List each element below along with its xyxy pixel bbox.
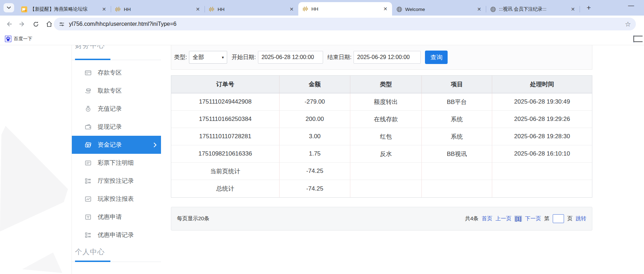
table-cell: 额度转出	[350, 93, 422, 111]
baidu-icon	[5, 36, 11, 42]
url-text[interactable]: yl756.com/hhcp/usercenter.html?iniType=6	[69, 21, 625, 27]
tab-close-icon[interactable]: ✕	[101, 6, 107, 12]
back-icon[interactable]	[3, 18, 15, 30]
table-cell: -74.25	[280, 163, 350, 180]
browser-tab[interactable]: HH✕	[111, 3, 205, 16]
browser-tab[interactable]: HH✕	[298, 2, 392, 16]
list-icon	[85, 232, 92, 239]
tab-search-chevron-icon[interactable]	[4, 3, 14, 12]
browser-tab[interactable]: :::视讯 会员下注纪录:::✕	[486, 3, 580, 16]
start-date-label: 开始日期:	[231, 54, 255, 61]
browser-tab[interactable]: 【新提醒】海燕策略论坛综✕	[17, 3, 111, 16]
table-cell: 200.00	[280, 111, 350, 128]
deposit-card-icon	[85, 69, 92, 76]
sidebar-item[interactable]: 彩票下注明细	[72, 154, 161, 172]
home-icon[interactable]	[43, 18, 55, 30]
forward-icon[interactable]	[16, 18, 28, 30]
chevron-down-icon: ▾	[222, 55, 224, 60]
sidebar-item[interactable]: 厅室投注记录	[72, 172, 161, 190]
start-date-input[interactable]	[258, 51, 323, 64]
address-bar[interactable]: yl756.com/hhcp/usercenter.html?iniType=6…	[54, 18, 636, 30]
sidebar-item-partial[interactable]: 消息公告	[72, 268, 161, 274]
section-divider	[72, 59, 161, 60]
sidebar-item-label: 取款专区	[98, 87, 122, 95]
detail-list-icon	[85, 159, 92, 167]
tab-close-icon[interactable]: ✕	[476, 6, 482, 12]
table-header-row: 订单号金额类型项目处理时间	[171, 76, 592, 93]
sidebar-item[interactable]: 取款专区	[72, 82, 161, 100]
sidebar-item[interactable]: 优惠申请	[72, 208, 161, 226]
next-page-link[interactable]: 下一页	[525, 215, 541, 222]
side-panel-icon[interactable]	[633, 36, 643, 42]
table-cell	[422, 163, 492, 180]
tab-close-icon[interactable]: ✕	[382, 6, 389, 12]
browser-tab[interactable]: HH✕	[205, 3, 298, 16]
sidebar-item[interactable]: 提现记录	[72, 118, 161, 136]
table-cell	[492, 163, 592, 180]
table-cell: 当前页统计	[171, 163, 280, 180]
tab-close-icon[interactable]: ✕	[195, 6, 201, 12]
prev-page-link[interactable]: 上一页	[495, 215, 511, 222]
sidebar-item[interactable]: 玩家投注报表	[72, 190, 161, 208]
current-page-indicator: [1]	[514, 216, 522, 222]
globe-icon	[396, 6, 402, 12]
window-minimize-button[interactable]: —	[628, 2, 634, 9]
sidebar-item-label: 资金记录	[98, 141, 122, 149]
page-jump-input[interactable]	[553, 214, 564, 223]
withdraw-hand-icon	[85, 87, 92, 94]
table-cell: -74.25	[280, 180, 350, 197]
tab-title: 【新提醒】海燕策略论坛综	[30, 6, 98, 12]
funds-icon	[85, 141, 92, 148]
tab-title: HH	[124, 7, 192, 12]
first-page-link[interactable]: 首页	[482, 215, 492, 222]
jump-button[interactable]: 跳转	[576, 215, 586, 222]
browser-tab[interactable]: Welcome✕	[392, 3, 486, 16]
sidebar-item-label: 厅室投注记录	[98, 177, 134, 185]
sidebar-item-label: 彩票下注明细	[98, 159, 134, 167]
sidebar-item-label: 存款专区	[98, 69, 122, 77]
tab-close-icon[interactable]: ✕	[288, 6, 295, 12]
sidebar: 财务中心 存款专区取款专区充值记录提现记录资金记录彩票下注明细厅室投注记录玩家投…	[71, 45, 161, 274]
sidebar-item[interactable]: 优惠申请记录	[72, 226, 161, 244]
reload-icon[interactable]	[30, 18, 42, 30]
waveform-icon	[115, 6, 121, 12]
bookmark-star-icon[interactable]: ☆	[625, 20, 631, 28]
table-cell	[350, 163, 422, 180]
waveform-icon	[303, 6, 309, 12]
table-cell: 2025-06-28 16:10:10	[492, 145, 592, 163]
list-icon	[85, 177, 92, 185]
wallet-icon	[85, 123, 92, 130]
search-button[interactable]: 查询	[425, 51, 448, 64]
tab-close-icon[interactable]: ✕	[570, 6, 576, 12]
bookmark-label: 百度一下	[14, 36, 32, 42]
waveform-icon	[209, 6, 215, 12]
sidebar-item[interactable]: 存款专区	[72, 64, 161, 82]
bookmark-item-baidu[interactable]: 百度一下	[5, 36, 32, 42]
sidebar-menu: 存款专区取款专区充值记录提现记录资金记录彩票下注明细厅室投注记录玩家投注报表优惠…	[72, 64, 161, 244]
sidebar-section-personal-title: 个人中心	[72, 247, 161, 257]
table-cell: 2025-06-28 19:30:49	[492, 93, 592, 111]
site-settings-icon[interactable]	[59, 21, 65, 27]
pagination-bar: 每页显示20条 共4条 首页 上一页 [1] 下一页 第 页 跳转	[171, 207, 592, 231]
table-row: 1751110166250384200.00在线存款系统2025-06-28 1…	[171, 111, 592, 128]
tab-list: 【新提醒】海燕策略论坛综✕HH✕HH✕HH✕Welcome✕:::视讯 会员下注…	[17, 0, 580, 16]
end-date-input[interactable]	[353, 51, 421, 64]
sidebar-item-label: 玩家投注报表	[98, 195, 134, 203]
table-row: 总统计-74.25	[171, 180, 592, 197]
chart-icon	[85, 196, 92, 203]
browser-tab-strip: 【新提醒】海燕策略论坛综✕HH✕HH✕HH✕Welcome✕:::视讯 会员下注…	[0, 0, 644, 16]
sidebar-item-label: 充值记录	[98, 105, 122, 113]
table-cell: 1751110249442908	[171, 93, 280, 111]
new-tab-button[interactable]: +	[584, 3, 594, 13]
table-cell	[422, 180, 492, 197]
table-cell: 1751098210616336	[171, 145, 280, 163]
total-count-text: 共4条	[465, 215, 478, 222]
jump-suffix-text: 页	[567, 215, 573, 222]
sidebar-item[interactable]: 充值记录	[72, 100, 161, 118]
column-header: 处理时间	[492, 76, 592, 93]
sidebar-item[interactable]: 资金记录	[72, 136, 161, 154]
tab-title: HH	[311, 6, 379, 12]
table-cell: BB视讯	[422, 145, 492, 163]
type-select[interactable]: 全部▾	[189, 51, 227, 64]
table-cell: 1.75	[280, 145, 350, 163]
